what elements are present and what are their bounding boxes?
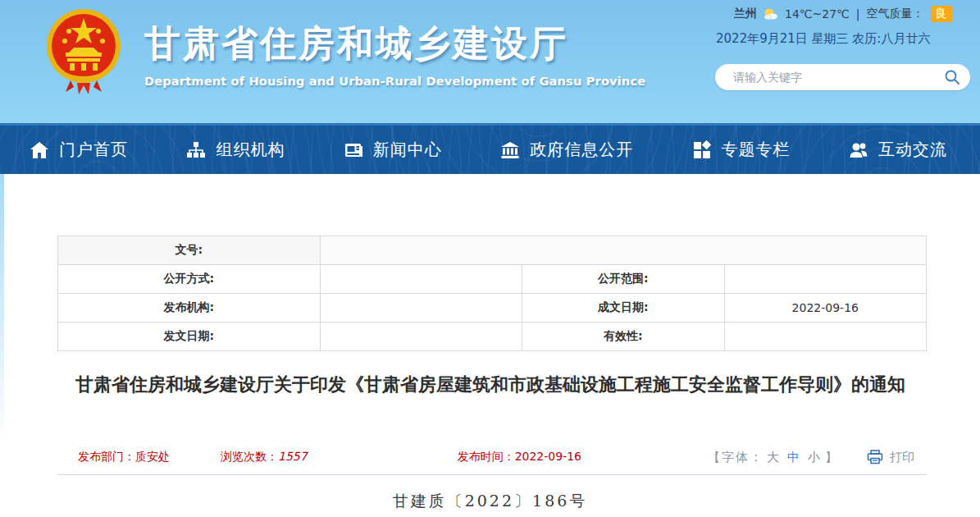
print-label: 打印 [890, 450, 914, 465]
site-subtitle: Department of Housing and Urban-Rural De… [144, 75, 645, 88]
table-row: 发布机构: 成文日期: 2022-09-16 [58, 294, 927, 323]
weather-separator: | [856, 7, 860, 21]
font-size-widget: 【 字体： 大 中 小 】 [708, 450, 839, 465]
site-title: 甘肃省住房和城乡建设厅 [144, 20, 645, 68]
article-content: 文号: 公开方式: 公开范围: 发布机构: 成文日期: 2022-09-16 发… [0, 174, 980, 517]
nav-item-organization[interactable]: 组织机构 [186, 139, 285, 161]
issuing-agency-value [320, 294, 522, 323]
nav-item-topics[interactable]: 专题专栏 [692, 139, 791, 161]
gov-building-icon [500, 140, 520, 160]
validity-label: 有效性: [522, 323, 724, 351]
nav-label: 专题专栏 [722, 139, 791, 161]
nav-item-home[interactable]: 门户首页 [30, 139, 128, 161]
header-utilities: 兰州 14℃~27℃ | 空气质量： 良 2022年9月21日 星期三 农历:八… [709, 5, 972, 47]
font-widget-close: 】 [825, 450, 839, 465]
document-reference-number: 甘建质〔2022〕186号 [0, 491, 980, 512]
open-scope-value [724, 265, 926, 294]
nav-item-interaction[interactable]: 互动交流 [849, 139, 947, 161]
font-size-small-button[interactable]: 小 [808, 450, 822, 465]
document-info-table: 文号: 公开方式: 公开范围: 发布机构: 成文日期: 2022-09-16 发… [57, 236, 927, 351]
people-icon [849, 140, 868, 160]
search-box [715, 64, 970, 90]
validity-value [724, 323, 926, 351]
table-row: 发文日期: 有效性: [58, 323, 927, 351]
home-icon [30, 140, 49, 160]
nav-label: 互动交流 [878, 139, 947, 161]
date-line: 2022年9月21日 星期三 农历:八月廿六 [709, 31, 972, 47]
main-nav: 门户首页 组织机构 新闻中心 [0, 123, 980, 174]
site-header: 甘肃省住房和城乡建设厅 Department of Housing and Ur… [0, 0, 980, 123]
search-input[interactable] [733, 71, 944, 84]
site-branding: 甘肃省住房和城乡建设厅 Department of Housing and Ur… [144, 20, 645, 88]
font-size-medium-button[interactable]: 中 [787, 450, 801, 465]
publish-time-label: 发布时间： [458, 450, 515, 463]
font-widget-open: 【 [708, 450, 722, 465]
written-date-value: 2022-09-16 [724, 294, 926, 323]
nav-label: 政府信息公开 [530, 139, 633, 161]
search-button[interactable] [944, 69, 960, 85]
publish-time: 发布时间：2022-09-16 [458, 450, 581, 464]
open-method-value [320, 265, 522, 294]
written-date-label: 成文日期: [522, 294, 724, 323]
nav-label: 新闻中心 [373, 139, 442, 161]
sun-cloud-icon [762, 7, 778, 21]
nav-item-gov-info[interactable]: 政府信息公开 [500, 139, 633, 161]
newspaper-icon [344, 140, 363, 160]
doc-number-label: 文号: [58, 236, 321, 265]
temperature-range: 14℃~27℃ [785, 7, 850, 21]
sitemap-icon [186, 140, 206, 160]
view-count-value: 1557 [278, 450, 308, 463]
open-scope-label: 公开范围: [522, 265, 724, 294]
air-quality-label: 空气质量： [867, 7, 924, 21]
weather-city: 兰州 [734, 7, 757, 21]
table-row: 文号: [58, 236, 927, 265]
publish-time-value: 2022-09-16 [515, 450, 581, 463]
font-size-large-button[interactable]: 大 [767, 450, 781, 465]
article-title: 甘肃省住房和城乡建设厅关于印发《甘肃省房屋建筑和市政基础设施工程施工安全监督工作… [72, 369, 909, 400]
issuing-agency-label: 发布机构: [58, 294, 321, 323]
table-row: 公开方式: 公开范围: [58, 265, 927, 294]
view-count: 浏览次数：1557 [221, 450, 308, 464]
air-quality-badge: 良 [931, 6, 952, 22]
grid-icon [692, 140, 712, 160]
printer-icon [867, 450, 883, 464]
nav-item-news[interactable]: 新闻中心 [344, 139, 442, 161]
view-count-label: 浏览次数： [221, 450, 278, 463]
font-widget-label: 字体： [722, 450, 763, 465]
publish-dept-value: 质安处 [135, 450, 170, 463]
national-emblem-logo [46, 7, 121, 95]
publish-dept: 发布部门：质安处 [78, 450, 170, 464]
left-edge-fade [0, 174, 4, 445]
weather-bar: 兰州 14℃~27℃ | 空气质量： 良 [709, 5, 972, 23]
article-meta-row: 发布部门：质安处 浏览次数：1557 发布时间：2022-09-16 【 字体：… [57, 445, 927, 469]
search-icon [944, 69, 960, 85]
print-button[interactable]: 打印 [867, 450, 914, 465]
nav-label: 门户首页 [59, 139, 128, 161]
publish-dept-label: 发布部门： [78, 450, 135, 463]
open-method-label: 公开方式: [58, 265, 321, 294]
nav-label: 组织机构 [216, 139, 285, 161]
issue-date-value [320, 323, 522, 351]
doc-number-value [320, 236, 926, 265]
issue-date-label: 发文日期: [58, 323, 321, 351]
content-divider [57, 474, 927, 475]
page: 甘肃省住房和城乡建设厅 Department of Housing and Ur… [0, 0, 980, 517]
